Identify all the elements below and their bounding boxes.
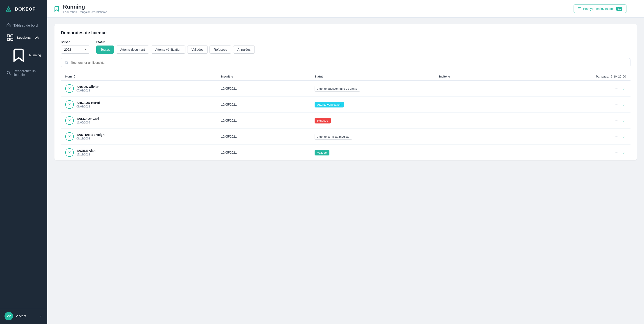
status-button-attente-document[interactable]: Attente document bbox=[116, 46, 149, 54]
search-bar-icon bbox=[64, 61, 69, 65]
inscrit-date: 10/05/2021 bbox=[221, 103, 314, 106]
user-avatar: VP bbox=[4, 312, 13, 320]
row-navigate-button[interactable]: › bbox=[622, 133, 626, 140]
status-filter-label: Statut bbox=[96, 40, 255, 44]
person-name: BASTIAN Solveigh bbox=[76, 133, 104, 136]
sidebar-item-sections[interactable]: Sections bbox=[2, 31, 46, 44]
row-actions: ⋯ › bbox=[564, 101, 626, 108]
svg-point-14 bbox=[69, 119, 70, 120]
column-nom[interactable]: Nom bbox=[65, 75, 221, 78]
svg-point-12 bbox=[69, 87, 70, 89]
inscrit-date: 10/05/2021 bbox=[221, 135, 314, 138]
row-actions: ⋯ › bbox=[564, 85, 626, 92]
svg-rect-4 bbox=[11, 35, 13, 37]
sidebar-item-label: Rechercher un licencié bbox=[14, 69, 41, 77]
topbar-actions: Envoyer les invitations 81 ⋯ bbox=[574, 5, 638, 13]
running-label: Running bbox=[29, 53, 41, 57]
pagination-info: Par page: 5 10 25 50 bbox=[564, 75, 626, 78]
status-button-attente-verification[interactable]: Attente vérification bbox=[151, 46, 186, 54]
page-size-25[interactable]: 25 bbox=[618, 75, 621, 78]
person-dob: 13/05/2009 bbox=[76, 121, 99, 124]
column-invite: Invité le bbox=[439, 75, 564, 78]
sidebar-item-running[interactable]: Running bbox=[2, 45, 46, 65]
sidebar-item-tableau-de-bord[interactable]: Tableau de bord bbox=[2, 20, 46, 30]
table-header: Nom Inscrit le Statut Invité le Par page… bbox=[61, 73, 630, 81]
person-avatar bbox=[65, 132, 74, 141]
sidebar-item-rechercher[interactable]: Rechercher un licencié bbox=[2, 66, 46, 79]
person-cell: BAZILE Alan 15/11/2013 bbox=[65, 148, 221, 157]
filters-row: Saison 2022 2021 2020 Statut Toutes Atte… bbox=[61, 40, 630, 54]
status-badge: Attente vérification bbox=[314, 102, 344, 107]
person-name: ANGUS Olivier bbox=[76, 85, 98, 89]
status-button-validees[interactable]: Validées bbox=[187, 46, 208, 54]
status-badge: Attente certificat médical bbox=[314, 134, 352, 140]
topbar-bookmark-icon bbox=[54, 6, 60, 12]
status-button-toutes[interactable]: Toutes bbox=[96, 46, 114, 54]
status-filter-group: Statut Toutes Attente document Attente v… bbox=[96, 40, 255, 54]
bookmark-icon bbox=[11, 47, 26, 63]
status-cell: Refusée bbox=[314, 118, 439, 123]
status-button-refusees[interactable]: Refusées bbox=[210, 46, 231, 54]
search-input[interactable] bbox=[71, 61, 627, 64]
row-navigate-button[interactable]: › bbox=[622, 101, 626, 108]
chevron-down-icon[interactable] bbox=[39, 314, 43, 318]
sidebar-navigation: Tableau de bord Sections Running bbox=[0, 18, 47, 308]
invite-count-badge: 81 bbox=[616, 7, 622, 11]
season-select[interactable]: 2022 2021 2020 bbox=[61, 46, 90, 54]
table-row[interactable]: BASTIAN Solveigh 06/11/2008 10/05/2021 A… bbox=[61, 129, 630, 145]
sidebar-item-label: Tableau de bord bbox=[14, 24, 38, 27]
row-actions: ⋯ › bbox=[564, 133, 626, 140]
search-icon bbox=[6, 71, 11, 75]
card-title: Demandes de licence bbox=[61, 30, 630, 35]
person-dob: 09/08/2012 bbox=[76, 105, 100, 108]
status-cell: Attente questionnaire de santé bbox=[314, 86, 439, 92]
row-navigate-button[interactable]: › bbox=[622, 149, 626, 156]
person-avatar bbox=[65, 148, 74, 157]
inscrit-date: 10/05/2021 bbox=[221, 151, 314, 154]
svg-rect-3 bbox=[7, 35, 10, 37]
season-filter-group: Saison 2022 2021 2020 bbox=[61, 40, 90, 54]
page-size-50[interactable]: 50 bbox=[623, 75, 626, 78]
row-navigate-button[interactable]: › bbox=[622, 85, 626, 92]
send-invitations-button[interactable]: Envoyer les invitations 81 bbox=[574, 5, 626, 13]
row-more-button[interactable]: ⋯ bbox=[614, 86, 620, 92]
sort-icon bbox=[73, 75, 76, 78]
status-badge: Attente questionnaire de santé bbox=[314, 86, 360, 92]
svg-point-13 bbox=[69, 103, 70, 105]
invite-button-label: Envoyer les invitations bbox=[583, 7, 614, 11]
row-more-button[interactable]: ⋯ bbox=[614, 118, 620, 124]
sidebar-footer: VP Vincent bbox=[0, 308, 47, 324]
table-row[interactable]: ARNAUD Hervé 09/08/2012 10/05/2021 Atten… bbox=[61, 97, 630, 113]
topbar: Running Fédération Française d'Athlétism… bbox=[47, 0, 644, 18]
table-row[interactable]: ANGUS Olivier 07/03/2013 10/05/2021 Atte… bbox=[61, 81, 630, 97]
topbar-title-area: Running Fédération Française d'Athlétism… bbox=[54, 4, 107, 14]
table-row[interactable]: BAZILE Alan 15/11/2013 10/05/2021 Validé… bbox=[61, 145, 630, 160]
person-avatar bbox=[65, 116, 74, 125]
status-button-annulees[interactable]: Annulées bbox=[233, 46, 255, 54]
status-cell: Attente vérification bbox=[314, 102, 439, 107]
svg-line-11 bbox=[67, 63, 68, 64]
table-row[interactable]: BALDAUF Carl 13/05/2009 10/05/2021 Refus… bbox=[61, 113, 630, 129]
page-size-10[interactable]: 10 bbox=[614, 75, 617, 78]
person-dob: 06/11/2008 bbox=[76, 137, 104, 140]
more-options-button[interactable]: ⋯ bbox=[630, 5, 638, 12]
main-content: Running Fédération Française d'Athlétism… bbox=[47, 0, 644, 324]
column-inscrit: Inscrit le bbox=[221, 75, 314, 78]
person-cell: BASTIAN Solveigh 06/11/2008 bbox=[65, 132, 221, 141]
row-more-button[interactable]: ⋯ bbox=[614, 102, 620, 108]
logo-area: DOKEOP bbox=[0, 0, 47, 18]
chevron-up-icon bbox=[33, 34, 41, 42]
user-name: Vincent bbox=[16, 314, 36, 318]
column-statut: Statut bbox=[314, 75, 439, 78]
search-bar bbox=[61, 58, 630, 67]
page-subtitle: Fédération Française d'Athlétisme bbox=[63, 10, 107, 14]
row-navigate-button[interactable]: › bbox=[622, 117, 626, 124]
status-cell: Validée bbox=[314, 150, 439, 155]
page-size-5[interactable]: 5 bbox=[610, 75, 612, 78]
row-actions: ⋯ › bbox=[564, 117, 626, 124]
row-more-button[interactable]: ⋯ bbox=[614, 134, 620, 140]
content-area: Demandes de licence Saison 2022 2021 202… bbox=[47, 18, 644, 324]
inscrit-date: 10/05/2021 bbox=[221, 119, 314, 122]
row-more-button[interactable]: ⋯ bbox=[614, 150, 620, 156]
person-name: BAZILE Alan bbox=[76, 149, 96, 152]
